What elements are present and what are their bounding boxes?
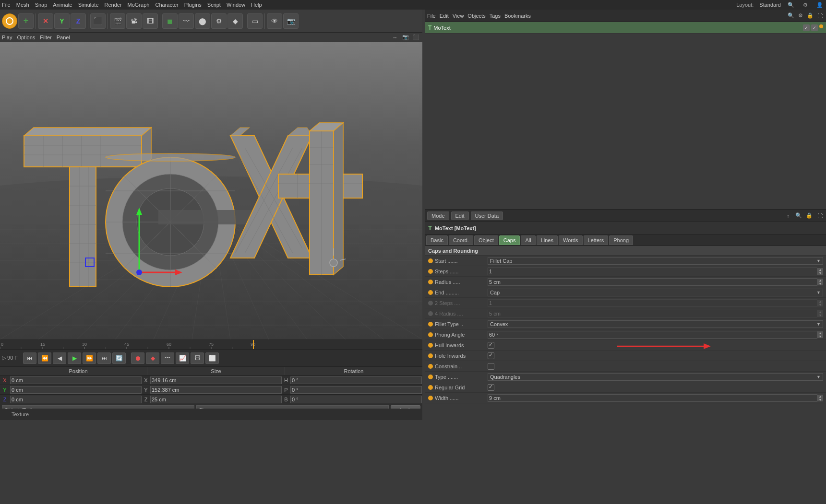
toolbar-add-btn[interactable]: + xyxy=(18,13,34,29)
pos-z-field[interactable] xyxy=(10,396,142,403)
prop-radius-down[interactable]: ▼ xyxy=(817,282,823,285)
toolbar-curve-btn[interactable]: 〰 xyxy=(179,13,194,29)
viewport-arrows-icon[interactable]: ↔ xyxy=(391,33,399,42)
menu-snap[interactable]: Snap xyxy=(35,2,48,8)
prop-steps-down[interactable]: ▼ xyxy=(817,271,823,275)
toolbar-film2-btn[interactable]: 📽 xyxy=(126,13,142,29)
menu-file[interactable]: File xyxy=(2,2,11,8)
motext-render-icon[interactable]: ✓ xyxy=(811,24,818,31)
obj-menu-edit[interactable]: Edit xyxy=(440,13,449,19)
play-btn[interactable]: ▶ xyxy=(68,352,81,364)
toolbar-film-btn[interactable]: 🎬 xyxy=(110,13,125,29)
viewport-3d[interactable] xyxy=(0,42,422,340)
prop-steps-up[interactable]: ▲ xyxy=(817,268,823,271)
size-z-field[interactable] xyxy=(150,396,282,403)
menu-plugins[interactable]: Plugins xyxy=(184,2,202,8)
prop-radius-input[interactable] xyxy=(488,278,817,286)
prop-width-up[interactable]: ▲ xyxy=(817,395,823,398)
obj-menu-tags[interactable]: Tags xyxy=(490,13,501,19)
tab-all[interactable]: All xyxy=(521,235,535,245)
loop-btn[interactable]: 🔄 xyxy=(112,352,126,364)
toolbar-shape-btn[interactable]: ◆ xyxy=(227,13,243,29)
obj-menu-view[interactable]: View xyxy=(453,13,464,19)
toolbar-mode-btn[interactable] xyxy=(2,13,17,29)
prop-phong-angle-up[interactable]: ▲ xyxy=(817,331,823,335)
pos-y-field[interactable] xyxy=(10,386,142,394)
prop-width-input[interactable] xyxy=(488,394,817,402)
go-start-btn[interactable]: ⏮ xyxy=(23,352,36,364)
menu-mesh[interactable]: Mesh xyxy=(16,2,29,8)
rot-h-field[interactable] xyxy=(290,376,422,384)
anim-btn[interactable]: 📈 xyxy=(176,352,189,364)
prop-hull-inwards-checkbox[interactable] xyxy=(488,342,494,349)
prop-width-down[interactable]: ▼ xyxy=(817,398,823,401)
tab-lines[interactable]: Lines xyxy=(537,235,558,245)
tab-letters[interactable]: Letters xyxy=(584,235,609,245)
rot-b-field[interactable] xyxy=(290,396,422,403)
rot-p-field[interactable] xyxy=(290,386,422,394)
toolbar-x-btn[interactable]: ✕ xyxy=(38,13,53,29)
record-btn[interactable]: ⏺ xyxy=(131,352,144,364)
props-arrow-icon[interactable]: ↑ xyxy=(784,211,792,220)
menu-render[interactable]: Render xyxy=(105,2,122,8)
step-back-btn[interactable]: ⏪ xyxy=(38,352,51,364)
search-icon[interactable]: 🔍 xyxy=(787,0,795,9)
toolbar-eye-btn[interactable]: 👁 xyxy=(267,13,282,29)
prop-regular-grid-checkbox[interactable] xyxy=(488,384,494,391)
render-anim-btn[interactable]: 🎞 xyxy=(191,352,204,364)
mode-button[interactable]: Mode xyxy=(427,211,449,220)
frame-btn[interactable]: ⬜ xyxy=(205,352,219,364)
toolbar-z-btn[interactable]: Z xyxy=(71,13,86,29)
prop-end-dropdown[interactable]: Cap ▼ xyxy=(488,289,823,296)
user-data-button[interactable]: User Data xyxy=(471,211,503,220)
go-end-btn[interactable]: ⏭ xyxy=(97,352,111,364)
menu-mograph[interactable]: MoGraph xyxy=(128,2,150,8)
prop-start-dropdown[interactable]: Fillet Cap ▼ xyxy=(488,257,823,265)
menu-window[interactable]: Window xyxy=(227,2,245,8)
keyframe-btn[interactable]: ◆ xyxy=(146,352,159,364)
toolbar-sphere-btn[interactable]: ⬤ xyxy=(195,13,210,29)
toolbar-box-btn[interactable]: ⬛ xyxy=(90,13,106,29)
motion-btn[interactable]: 〜 xyxy=(161,352,174,364)
obj-menu-objects[interactable]: Objects xyxy=(467,13,485,19)
prop-phong-angle-input[interactable] xyxy=(488,331,817,339)
motext-visible-icon[interactable]: ✓ xyxy=(803,24,810,31)
props-expand-icon[interactable]: ⛶ xyxy=(815,211,824,220)
tab-phong[interactable]: Phong xyxy=(609,235,633,245)
settings-right-icon[interactable]: ⚙ xyxy=(796,12,805,20)
toolbar-plane-btn[interactable]: ▭ xyxy=(247,13,263,29)
toolbar-gear-btn[interactable]: ⚙ xyxy=(211,13,227,29)
prop-steps-input[interactable] xyxy=(488,268,817,275)
timeline-ruler[interactable]: 0 15 30 45 60 75 90 xyxy=(0,340,422,349)
size-x-field[interactable] xyxy=(150,376,282,384)
user-icon[interactable]: 👤 xyxy=(815,0,824,9)
obj-menu-bookmarks[interactable]: Bookmarks xyxy=(504,13,531,19)
prop-fillet-type-dropdown[interactable]: Convex ▼ xyxy=(488,320,823,328)
toolbar-filter[interactable]: Filter xyxy=(40,35,51,40)
tab-object[interactable]: Object xyxy=(474,235,498,245)
menu-simulate[interactable]: Simulate xyxy=(78,2,99,8)
prop-radius-up[interactable]: ▲ xyxy=(817,279,823,282)
prop-hole-inwards-checkbox[interactable] xyxy=(488,352,494,359)
toolbar-play[interactable]: Play xyxy=(2,35,12,40)
pos-x-field[interactable] xyxy=(10,376,142,384)
step-fwd-btn[interactable]: ⏩ xyxy=(83,352,96,364)
toolbar-cube-btn[interactable]: ◼ xyxy=(162,13,178,29)
play-back-btn[interactable]: ◀ xyxy=(53,352,66,364)
size-y-field[interactable] xyxy=(150,386,282,394)
lock-right-icon[interactable]: 🔒 xyxy=(806,12,814,20)
motext-object-row[interactable]: T MoText ✓ ✓ xyxy=(425,22,826,34)
prop-type-dropdown[interactable]: Quadrangles ▼ xyxy=(488,373,823,381)
toolbar-panel[interactable]: Panel xyxy=(57,35,70,40)
expand-right-icon[interactable]: ⛶ xyxy=(815,12,824,20)
tab-words[interactable]: Words xyxy=(559,235,583,245)
props-search-icon[interactable]: 🔍 xyxy=(794,211,803,220)
tab-basic[interactable]: Basic xyxy=(426,235,448,245)
tab-coord[interactable]: Coord. xyxy=(449,235,473,245)
search-right-icon[interactable]: 🔍 xyxy=(787,12,795,20)
viewport-maximize-icon[interactable]: ⬛ xyxy=(412,33,420,42)
tab-caps[interactable]: Caps xyxy=(499,235,520,245)
menu-script[interactable]: Script xyxy=(207,2,221,8)
edit-button[interactable]: Edit xyxy=(451,211,469,220)
toolbar-camera-btn[interactable]: 📷 xyxy=(283,13,299,29)
